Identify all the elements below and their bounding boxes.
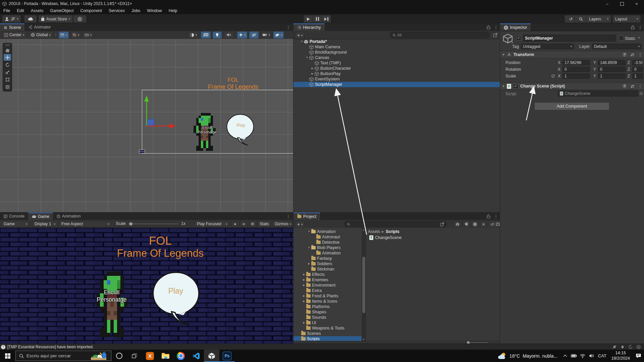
keyboard-layout[interactable]: CAT [596,350,608,362]
expander-arrow[interactable]: ▼ [307,245,311,250]
hierarchy-item-eventsystem[interactable]: EventSystem [293,76,500,82]
menu-item-jobs[interactable]: Jobs [128,8,144,13]
hidden-objects-toggle[interactable] [249,32,259,39]
tab-hierarchy[interactable]: Hierarchy [293,23,325,31]
taskbar-app-vscode[interactable] [189,350,204,362]
position-z-field[interactable]: -3.597347 [632,60,643,65]
hierarchy-item-text-tmp[interactable]: Text (TMP) [293,60,500,66]
project-item-shapes[interactable]: Shapes [293,309,362,315]
project-item-enemies[interactable]: ▶Enemies [293,277,362,283]
menu-item-help[interactable]: Help [165,8,181,13]
taskbar-app-photoshop[interactable]: Ps [219,350,235,362]
transform-gizmo[interactable] [139,91,183,131]
play-button[interactable] [304,15,313,23]
orbit-gizmo-dropdown[interactable]: ▾ [273,32,284,39]
link-broken-icon[interactable] [551,74,555,78]
presets-icon[interactable] [630,53,635,57]
asset-store-button[interactable]: Asset Store▾ [38,15,73,23]
foldout-arrow[interactable]: ▼ [502,85,505,88]
gizmos-dropdown[interactable]: Gizmos▾ [272,221,292,227]
expander-arrow[interactable]: ▶ [302,272,306,277]
increment-snap-toggle[interactable]: ▾ [71,32,81,39]
shading-mode-dropdown[interactable]: ▾ [188,32,199,39]
component-menu[interactable]: ⋮ [638,84,642,89]
menu-item-window[interactable]: Window [144,8,165,13]
rotation-y-field[interactable]: 0 [598,67,626,72]
tab-project[interactable]: Project [293,213,320,220]
breadcrumb-root[interactable]: Assets [368,229,380,234]
layer-dropdown[interactable]: Default▾ [592,44,642,49]
project-search-input[interactable] [344,221,447,227]
scene-viewport[interactable]: FOL Frame Of Legends EscullPersonatge Pl… [0,39,293,212]
taskbar-app-xampp[interactable]: X [142,350,158,362]
settings-hub-button[interactable] [73,15,87,23]
project-item-ui[interactable]: ▶UI [293,320,362,325]
project-item-blob-players[interactable]: ▼Blob Players [293,245,362,250]
vsync-grid-icon[interactable] [249,221,256,227]
import-package-icon[interactable] [454,221,461,228]
breadcrumb-current[interactable]: Scripts [386,229,399,234]
scale-tool[interactable] [4,69,11,75]
favorites-star-icon[interactable]: ★ [480,221,487,228]
script-field-value[interactable]: # ChangeScene [558,90,638,97]
focus-dropdown[interactable]: Play Focused▾ [195,221,229,227]
expander-arrow[interactable]: ▶ [302,293,306,299]
project-item-items-icons[interactable]: ▶Items & Icons [293,299,362,304]
presets-icon[interactable] [630,84,635,88]
cortana-button[interactable] [111,350,127,362]
menu-item-services[interactable]: Services [105,8,128,13]
object-name-field[interactable]: ScriptManager [523,35,616,42]
view-hand-tool[interactable] [4,47,11,53]
scale-x-field[interactable]: 1 [562,73,590,79]
hierarchy-item-buttonplay[interactable]: ▶ButtonPlay [293,71,500,76]
project-tree-scrollbar[interactable]: ▲ ▼ [362,228,366,341]
expander-arrow[interactable]: ▶ [310,66,315,71]
rotation-z-field[interactable]: 0 [632,67,643,72]
static-checkbox[interactable] [619,36,624,41]
task-view-button[interactable] [127,350,142,362]
project-item-animation[interactable]: Animation [293,250,362,256]
bell-icon[interactable] [621,345,625,349]
hierarchy-item-main-camera[interactable]: Main Camera [293,44,500,50]
expander-arrow[interactable]: ▶ [302,299,306,304]
hierarchy-item-buttoncharacter[interactable]: ▶ButtonCharacter [293,66,500,71]
search-in-icon[interactable] [440,222,444,226]
menu-item-gameobject[interactable]: GameObject [47,8,77,13]
stats-toggle[interactable]: Stats [258,221,271,227]
expander-arrow[interactable]: ▶ [302,283,306,288]
project-item-sounds[interactable]: Sounds [293,315,362,320]
scene-picker-icon[interactable] [493,33,497,37]
layers-dropdown[interactable]: Layers▾ [586,15,611,23]
expander-arrow[interactable]: ▼ [307,229,311,234]
create-asset-button[interactable]: +▾ [295,221,305,228]
game-audio-toggle[interactable] [240,221,248,227]
move-tool[interactable] [4,54,11,61]
menu-item-assets[interactable]: Assets [28,8,47,13]
project-item-fantasy[interactable]: Fantasy [293,256,362,261]
camera-overlay-dropdown[interactable]: ▾ [261,32,271,39]
game-target-dropdown[interactable]: Game▾ [1,221,30,227]
effects-dropdown[interactable]: ▾ [237,32,247,39]
position-y-field[interactable]: 148.8509 [598,60,626,65]
inspector-panel-menu[interactable]: ⋮ [638,25,642,30]
hierarchy-panel-menu[interactable]: ⋮ [494,25,498,30]
help-icon[interactable]: ? [622,84,627,88]
project-item-food-plants[interactable]: ▶Food & Plants [293,293,362,299]
tab-game[interactable]: Game [28,213,53,220]
lock-icon[interactable] [631,25,635,29]
object-picker-icon[interactable]: ⊙ [639,91,643,96]
debug-icon[interactable] [231,221,239,227]
script-component-header[interactable]: ▼ # ✓ Change Scene (Script) ? ⋮ [500,82,644,90]
start-button[interactable] [0,350,15,362]
scroll-down-arrow[interactable]: ▼ [362,338,365,341]
rotation-x-field[interactable]: 0 [562,67,590,72]
battery-icon[interactable] [570,350,578,362]
lock-icon[interactable] [487,25,490,29]
create-object-button[interactable]: +▾ [295,32,305,39]
asset-item-changescene[interactable]: # ChangeScene [366,235,500,240]
foldout-arrow[interactable]: ▼ [502,53,505,56]
menu-item-edit[interactable]: Edit [13,8,28,13]
maximize-button[interactable] [614,0,629,7]
expander-arrow[interactable]: ▼ [305,55,309,60]
expander-arrow[interactable]: ▶ [307,261,311,266]
